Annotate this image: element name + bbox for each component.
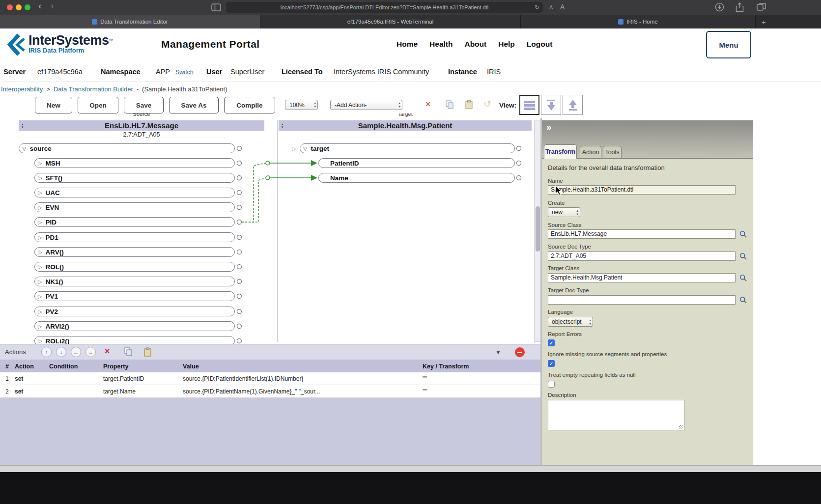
- zoom-select[interactable]: 100% ▴▾: [285, 100, 318, 110]
- collapse-panel-chevrons-icon[interactable]: »: [546, 122, 552, 133]
- tab-transform[interactable]: Transform: [544, 144, 577, 159]
- copy-icon[interactable]: [445, 100, 454, 112]
- decrease-text-size-button[interactable]: A: [549, 4, 553, 10]
- expander-icon[interactable]: ▷: [38, 235, 42, 240]
- source-node-row[interactable]: ▷PV1: [34, 291, 235, 301]
- reload-icon[interactable]: ↻: [535, 2, 539, 13]
- treat-empty-checkbox[interactable]: [548, 381, 555, 388]
- description-textarea[interactable]: [548, 400, 684, 430]
- source-node-row[interactable]: ▷ROL(): [34, 262, 235, 272]
- nav-home[interactable]: Home: [396, 40, 418, 49]
- compile-button[interactable]: Compile: [224, 97, 275, 113]
- paste-icon[interactable]: [465, 100, 474, 112]
- nav-help[interactable]: Help: [498, 40, 515, 49]
- increase-text-size-button[interactable]: A: [560, 3, 565, 11]
- add-action-select[interactable]: -Add Action- ▴▾: [330, 100, 402, 110]
- nav-logout[interactable]: Logout: [527, 40, 553, 49]
- tab-tools[interactable]: Tools: [603, 146, 622, 158]
- collapse-panel-icon[interactable]: ▼: [495, 349, 501, 356]
- save-button[interactable]: Save: [124, 97, 164, 113]
- target-node-row[interactable]: Name: [318, 173, 515, 183]
- save-as-button[interactable]: Save As: [169, 97, 219, 113]
- share-icon[interactable]: [736, 2, 744, 14]
- source-node-row[interactable]: ▷ROLi2(): [34, 336, 235, 344]
- search-icon[interactable]: [739, 252, 747, 262]
- expander-icon[interactable]: ▷: [38, 205, 42, 210]
- nav-health[interactable]: Health: [429, 40, 453, 49]
- delete-action-icon[interactable]: ×: [105, 346, 110, 357]
- name-field[interactable]: Sample.Health.a31ToPatient.dtl: [548, 185, 736, 195]
- action-row[interactable]: 2 set target.Name source.{PID:PatientNam…: [0, 385, 541, 398]
- breadcrumb-interoperability[interactable]: Interoperability: [1, 85, 43, 93]
- move-left-button[interactable]: ←: [71, 347, 81, 357]
- source-node-row[interactable]: ▷ARVi2(): [34, 321, 235, 331]
- expander-icon[interactable]: ▷: [38, 161, 42, 166]
- target-class-field[interactable]: Sample.Health.Msg.Patient: [548, 273, 736, 282]
- target-doc-type-field[interactable]: [548, 295, 736, 305]
- ignore-missing-checkbox[interactable]: ✓: [548, 360, 555, 367]
- source-node-row[interactable]: ▷EVN: [34, 202, 235, 212]
- report-errors-checkbox[interactable]: ✓: [548, 339, 555, 346]
- tab-overview-icon[interactable]: [757, 2, 766, 13]
- paste-action-icon[interactable]: [143, 347, 152, 359]
- source-node-row[interactable]: ▷NK1(): [34, 277, 235, 286]
- expander-open-icon[interactable]: ▽: [22, 146, 26, 151]
- language-select[interactable]: objectscript ▴▾: [548, 317, 593, 327]
- nav-about[interactable]: About: [464, 40, 486, 49]
- collapse-spinner-icon[interactable]: ▴▾: [22, 123, 24, 129]
- collapse-spinner-icon[interactable]: ▴▾: [282, 123, 283, 129]
- move-down-button[interactable]: ↓: [56, 347, 66, 357]
- new-tab-button[interactable]: +: [756, 15, 821, 28]
- expander-icon[interactable]: ▷: [38, 324, 42, 329]
- view-mode-up-button[interactable]: [563, 95, 583, 115]
- move-right-button[interactable]: →: [85, 347, 96, 357]
- tab-webterminal[interactable]: ef179a45c96a:IRIS - WebTerminal: [260, 15, 521, 28]
- tab-action[interactable]: Action: [580, 146, 601, 158]
- downloads-icon[interactable]: [715, 2, 724, 14]
- expander-icon[interactable]: ▷: [38, 309, 42, 314]
- action-row[interactable]: 1 set target.PatientID source.{PID:Patie…: [0, 372, 541, 385]
- target-node-row[interactable]: PatientID: [318, 158, 515, 168]
- breadcrumb-builder[interactable]: Data Transformation Builder: [54, 85, 133, 93]
- expander-icon[interactable]: ▷: [38, 220, 42, 225]
- expander-icon[interactable]: ▷: [38, 250, 42, 255]
- source-node-row[interactable]: ▷SFT(): [34, 173, 235, 183]
- resize-grip-icon[interactable]: [679, 425, 683, 429]
- view-mode-list-button[interactable]: [519, 95, 539, 115]
- search-icon[interactable]: [739, 230, 747, 240]
- expander-icon[interactable]: ▷: [38, 279, 42, 284]
- horizontal-scrollbar[interactable]: [0, 465, 821, 472]
- source-root-row[interactable]: ▽ source: [19, 143, 235, 153]
- expander-icon[interactable]: ▷: [38, 190, 42, 196]
- expander-icon[interactable]: ▷: [38, 175, 42, 181]
- source-node-row[interactable]: ▷PV2: [34, 307, 235, 316]
- source-node-row[interactable]: ▷PD1: [34, 232, 235, 242]
- source-class-field[interactable]: EnsLib.HL7.Message: [548, 229, 736, 239]
- menu-button[interactable]: Menu: [706, 31, 751, 58]
- move-up-button[interactable]: ↑: [41, 347, 52, 357]
- switch-link[interactable]: Switch: [175, 69, 194, 76]
- expander-open-icon[interactable]: ▽: [303, 146, 307, 151]
- delete-icon[interactable]: ×: [425, 99, 431, 110]
- source-node-row[interactable]: ▷UAC: [34, 188, 235, 197]
- create-select[interactable]: new ▴▾: [548, 207, 580, 217]
- forward-button[interactable]: ›: [51, 0, 54, 11]
- zoom-window-button[interactable]: [25, 4, 30, 10]
- search-icon[interactable]: [739, 296, 747, 306]
- back-button[interactable]: ‹: [38, 0, 41, 11]
- view-mode-down-button[interactable]: [541, 95, 561, 115]
- expander-icon[interactable]: ▷: [38, 338, 42, 344]
- copy-action-icon[interactable]: [124, 347, 133, 359]
- new-button[interactable]: New: [35, 97, 72, 113]
- scrollbar-thumb[interactable]: [536, 206, 540, 252]
- minimize-window-button[interactable]: [16, 4, 22, 10]
- source-doc-type-field[interactable]: 2.7:ADT_A05: [548, 252, 736, 261]
- target-root-row[interactable]: ▽ target: [300, 143, 515, 153]
- address-bar[interactable]: localhost:52773/csp/app/EnsPortal.DTLEdi…: [226, 2, 543, 13]
- search-icon[interactable]: [739, 274, 747, 284]
- tab-iris-home[interactable]: IRIS - Home: [521, 15, 756, 28]
- remove-panel-icon[interactable]: [515, 347, 525, 357]
- source-node-row[interactable]: ▷MSH: [34, 158, 235, 168]
- sidebar-icon[interactable]: [211, 3, 221, 13]
- open-button[interactable]: Open: [78, 97, 118, 113]
